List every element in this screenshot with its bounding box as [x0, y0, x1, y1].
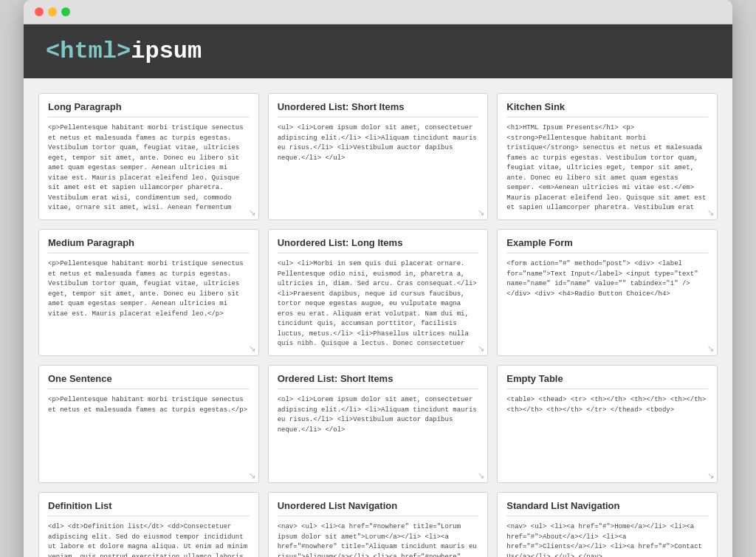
logo-ipsum: ipsum: [131, 38, 202, 65]
card-content-0: <p>Pellentesque habitant morbi tristique…: [48, 123, 250, 212]
card-title-4: Unordered List: Long Items: [278, 237, 479, 253]
card-0: Long Paragraph<p>Pellentesque habitant m…: [38, 93, 259, 220]
browser-chrome: [24, 0, 732, 24]
content-area: Long Paragraph<p>Pellentesque habitant m…: [24, 78, 732, 557]
card-content-3: <p>Pellentesque habitant morbi tristique…: [48, 259, 250, 319]
card-5: Example Form<form action="#" method="pos…: [497, 229, 718, 356]
resize-handle-1[interactable]: ↗: [477, 209, 486, 216]
card-7: Ordered List: Short Items<ol> <li>Lorem …: [268, 365, 489, 483]
card-content-5: <form action="#" method="post"> <div> <l…: [506, 259, 708, 299]
card-title-11: Standard List Navigation: [506, 500, 708, 516]
card-10: Unordered List Navigation<nav> <ul> <li>…: [268, 492, 489, 557]
header-bar: <html>ipsum: [24, 24, 732, 78]
logo-bracket-open: <html>: [46, 38, 131, 65]
card-title-1: Unordered List: Short Items: [278, 101, 479, 117]
resize-handle-3[interactable]: ↗: [248, 345, 257, 352]
card-content-9: <dl> <dt>Definition list</dt> <dd>Consec…: [48, 522, 250, 557]
cards-grid: Long Paragraph<p>Pellentesque habitant m…: [38, 93, 718, 557]
card-6: One Sentence<p>Pellentesque habitant mor…: [38, 365, 259, 483]
card-9: Definition List<dl> <dt>Definition list<…: [38, 492, 259, 557]
resize-handle-5[interactable]: ↗: [707, 345, 715, 352]
minimize-button[interactable]: [48, 7, 57, 16]
card-title-8: Empty Table: [506, 373, 708, 389]
card-content-1: <ul> <li>Lorem ipsum dolor sit amet, con…: [278, 123, 479, 163]
card-title-5: Example Form: [506, 237, 708, 253]
card-content-2: <h1>HTML Ipsum Presents</h1> <p><strong>…: [506, 123, 708, 212]
resize-handle-8[interactable]: ↗: [707, 472, 715, 479]
card-title-0: Long Paragraph: [48, 101, 250, 117]
card-content-4: <ul> <li>Morbi in sem quis dui placerat …: [278, 259, 479, 348]
card-title-6: One Sentence: [48, 373, 250, 389]
card-3: Medium Paragraph<p>Pellentesque habitant…: [38, 229, 259, 356]
card-content-11: <nav> <ul> <li><a href="#">Home</a></li>…: [506, 522, 708, 557]
card-title-3: Medium Paragraph: [48, 237, 250, 253]
card-title-7: Ordered List: Short Items: [278, 373, 479, 389]
card-content-6: <p>Pellentesque habitant morbi tristique…: [48, 395, 250, 415]
card-8: Empty Table<table> <thead> <tr> <th></th…: [497, 365, 718, 483]
card-content-10: <nav> <ul> <li><a href="#nowhere" title=…: [278, 522, 479, 557]
card-title-10: Unordered List Navigation: [278, 500, 479, 516]
card-content-8: <table> <thead> <tr> <th></th> <th></th>…: [506, 395, 708, 415]
card-11: Standard List Navigation<nav> <ul> <li><…: [497, 492, 718, 557]
card-title-2: Kitchen Sink: [506, 101, 708, 117]
resize-handle-2[interactable]: ↗: [707, 209, 715, 216]
browser-window: <html>ipsum Long Paragraph<p>Pellentesqu…: [24, 0, 732, 557]
card-content-7: <ol> <li>Lorem ipsum dolor sit amet, con…: [278, 395, 479, 435]
card-2: Kitchen Sink<h1>HTML Ipsum Presents</h1>…: [497, 93, 718, 220]
card-1: Unordered List: Short Items<ul> <li>Lore…: [268, 93, 489, 220]
resize-handle-7[interactable]: ↗: [477, 472, 486, 479]
resize-handle-6[interactable]: ↗: [248, 472, 257, 479]
resize-handle-4[interactable]: ↗: [477, 345, 486, 352]
logo: <html>ipsum: [46, 38, 710, 65]
maximize-button[interactable]: [61, 7, 70, 16]
card-title-9: Definition List: [48, 500, 250, 516]
card-4: Unordered List: Long Items<ul> <li>Morbi…: [268, 229, 489, 356]
close-button[interactable]: [35, 7, 44, 16]
resize-handle-0[interactable]: ↗: [248, 209, 257, 216]
